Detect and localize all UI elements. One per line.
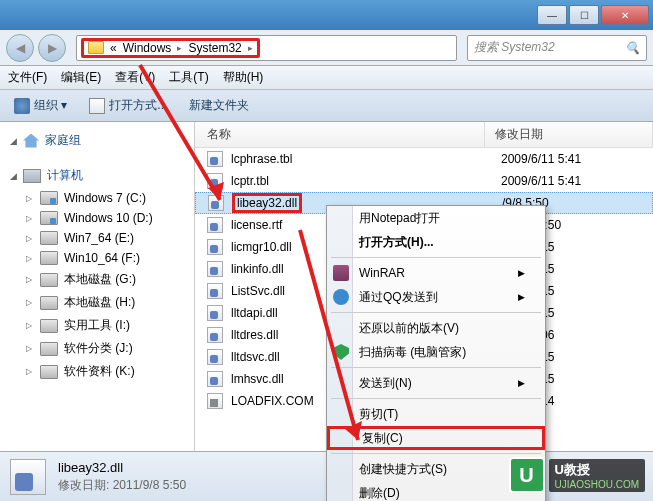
drive-icon (40, 342, 58, 356)
context-menu-separator (331, 312, 541, 313)
crumb-windows[interactable]: Windows (123, 41, 172, 55)
menu-help[interactable]: 帮助(H) (223, 69, 264, 86)
menu-view[interactable]: 查看(V) (115, 69, 155, 86)
file-name: lcptr.tbl (231, 174, 491, 188)
watermark-badge-icon: U (509, 457, 545, 493)
context-menu-separator (331, 453, 541, 454)
drive-icon (40, 211, 58, 225)
column-headers: 名称 修改日期 (195, 122, 653, 148)
file-date: 2009/6/11 5:41 (491, 152, 581, 166)
back-button[interactable]: ◀ (6, 34, 34, 62)
context-menu-label: 通过QQ发送到 (359, 289, 438, 306)
file-name: lcphrase.tbl (231, 152, 491, 166)
file-icon (207, 305, 223, 321)
column-name[interactable]: 名称 (195, 122, 485, 147)
menu-edit[interactable]: 编辑(E) (61, 69, 101, 86)
close-button[interactable]: ✕ (601, 5, 649, 25)
sidebar-drive[interactable]: ▷本地磁盘 (G:) (0, 268, 194, 291)
file-icon (207, 393, 223, 409)
file-icon (207, 261, 223, 277)
folder-icon (88, 41, 104, 54)
search-input[interactable]: 搜索 System32 🔍 (467, 35, 647, 61)
sidebar-drive[interactable]: ▷Windows 7 (C:) (0, 188, 194, 208)
context-menu-item[interactable]: 还原以前的版本(V) (327, 316, 545, 340)
crumb-sep-icon: ▸ (177, 43, 182, 53)
file-icon (207, 151, 223, 167)
sidebar-computer[interactable]: ◢ 计算机 (0, 163, 194, 188)
context-menu-item[interactable]: 发送到(N)▶ (327, 371, 545, 395)
open-with-button[interactable]: 打开方式... (83, 93, 173, 118)
address-bar[interactable]: « Windows ▸ System32 ▸ (76, 35, 457, 61)
crumb-back[interactable]: « (110, 41, 117, 55)
context-menu-item[interactable]: 扫描病毒 (电脑管家) (327, 340, 545, 364)
crumb-system32[interactable]: System32 (188, 41, 241, 55)
sidebar-drive[interactable]: ▷软件分类 (J:) (0, 337, 194, 360)
details-meta: 修改日期: 2011/9/8 5:50 (58, 477, 186, 494)
drive-icon (40, 296, 58, 310)
shield-icon (333, 344, 349, 360)
sidebar-drive[interactable]: ▷本地磁盘 (H:) (0, 291, 194, 314)
file-icon (207, 371, 223, 387)
file-icon (207, 239, 223, 255)
context-menu-item[interactable]: 打开方式(H)... (327, 230, 545, 254)
sidebar-homegroup[interactable]: ◢ 家庭组 (0, 128, 194, 153)
context-menu-label: WinRAR (359, 266, 405, 280)
file-icon (208, 195, 224, 211)
context-menu-separator (331, 257, 541, 258)
computer-icon (23, 169, 41, 183)
drive-icon (40, 231, 58, 245)
context-menu-label: 复制(C) (362, 430, 403, 447)
watermark: U U教授 UJIAOSHOU.COM (509, 457, 645, 493)
context-menu-item[interactable]: 剪切(T) (327, 402, 545, 426)
navigation-sidebar: ◢ 家庭组 ◢ 计算机 ▷Windows 7 (C:)▷Windows 10 (… (0, 122, 195, 492)
details-filename: libeay32.dll (58, 460, 186, 475)
breadcrumb[interactable]: « Windows ▸ System32 ▸ (81, 38, 260, 58)
rar-icon (333, 265, 349, 281)
toolbar: 组织 ▾ 打开方式... 新建文件夹 (0, 90, 653, 122)
sidebar-drive[interactable]: ▷实用工具 (I:) (0, 314, 194, 337)
menu-bar: 文件(F) 编辑(E) 查看(V) 工具(T) 帮助(H) (0, 66, 653, 90)
navigation-row: ◀ ▶ « Windows ▸ System32 ▸ 搜索 System32 🔍 (0, 30, 653, 66)
maximize-button[interactable]: ☐ (569, 5, 599, 25)
forward-button[interactable]: ▶ (38, 34, 66, 62)
context-menu-label: 用Notepad打开 (359, 210, 440, 227)
search-icon: 🔍 (625, 41, 640, 55)
file-icon (207, 217, 223, 233)
context-menu-item[interactable]: 通过QQ发送到▶ (327, 285, 545, 309)
sidebar-drive[interactable]: ▷Win10_64 (F:) (0, 248, 194, 268)
context-menu-item[interactable]: WinRAR▶ (327, 261, 545, 285)
drive-icon (40, 191, 58, 205)
menu-tools[interactable]: 工具(T) (169, 69, 208, 86)
context-menu-label: 发送到(N) (359, 375, 412, 392)
submenu-arrow-icon: ▶ (518, 378, 525, 388)
file-icon (207, 349, 223, 365)
file-large-icon (10, 459, 46, 495)
sidebar-drive[interactable]: ▷Win7_64 (E:) (0, 228, 194, 248)
drive-icon (40, 365, 58, 379)
context-menu-item[interactable]: 复制(C) (327, 426, 545, 450)
sidebar-drive[interactable]: ▷Windows 10 (D:) (0, 208, 194, 228)
submenu-arrow-icon: ▶ (518, 292, 525, 302)
crumb-sep-icon: ▸ (248, 43, 253, 53)
context-menu-item[interactable]: 用Notepad打开 (327, 206, 545, 230)
file-icon (89, 98, 105, 114)
sidebar-drive[interactable]: ▷软件资料 (K:) (0, 360, 194, 383)
minimize-button[interactable]: — (537, 5, 567, 25)
context-menu-label: 打开方式(H)... (359, 234, 434, 251)
file-row[interactable]: lcptr.tbl2009/6/11 5:41 (195, 170, 653, 192)
search-placeholder: 搜索 System32 (474, 39, 555, 56)
organize-button[interactable]: 组织 ▾ (8, 93, 73, 118)
watermark-url: UJIAOSHOU.COM (555, 479, 639, 490)
organize-icon (14, 98, 30, 114)
new-folder-button[interactable]: 新建文件夹 (183, 93, 255, 118)
qq-icon (333, 289, 349, 305)
context-menu-label: 创建快捷方式(S) (359, 461, 447, 478)
file-icon (207, 173, 223, 189)
context-menu-label: 扫描病毒 (电脑管家) (359, 344, 466, 361)
file-icon (207, 327, 223, 343)
file-icon (207, 283, 223, 299)
window-titlebar: — ☐ ✕ (0, 0, 653, 30)
file-row[interactable]: lcphrase.tbl2009/6/11 5:41 (195, 148, 653, 170)
menu-file[interactable]: 文件(F) (8, 69, 47, 86)
column-date[interactable]: 修改日期 (485, 122, 653, 147)
